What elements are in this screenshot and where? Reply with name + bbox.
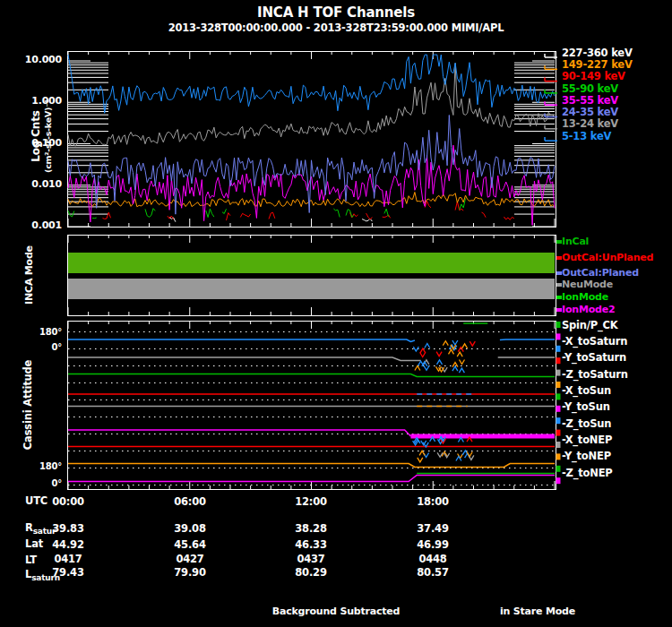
attitude-trace--Z_toNEP	[68, 476, 555, 482]
series-55-90 keV	[145, 209, 155, 218]
attitude-scatter	[413, 347, 418, 351]
series-90-149 keV	[103, 212, 111, 219]
attitude-y-axis-title: Cassini Attitude	[23, 360, 34, 450]
legend-item-z-tosun: -Z_toSun	[562, 419, 611, 430]
attitude-axis-color-tick	[556, 406, 561, 412]
attitude-scatter	[449, 349, 454, 354]
series-90-149 keV	[269, 212, 275, 219]
series-13-24 keV	[68, 64, 555, 147]
mode-bar-gray-band	[68, 279, 555, 299]
attitude-axis-color-tick	[556, 370, 561, 376]
series-55-90 keV	[92, 218, 97, 219]
attitude-trace--X_toSaturn	[68, 339, 415, 342]
attitude-scatter	[419, 451, 425, 455]
attitude-scatter	[415, 366, 420, 371]
attitude-trace--Z_toSaturn	[68, 374, 555, 377]
attitude-scatter	[436, 352, 442, 356]
attitude-axis-color-tick	[556, 393, 561, 399]
attitude-scatter	[425, 344, 430, 348]
attitude-scatter	[437, 360, 443, 365]
series-5-13 keV	[68, 55, 555, 113]
series-90-149 keV	[482, 212, 487, 218]
legend-item-13-24kev: 13-24 keV	[562, 119, 618, 130]
attitude-scatter	[459, 368, 464, 373]
attitude-axis-color-tick	[556, 417, 561, 424]
legend-item-227-360kev: 227-360 keV	[562, 48, 633, 59]
legend-item-neumode: NeuMode	[562, 279, 613, 289]
table-cell: 0417	[54, 554, 82, 565]
legend-item-y-tosun: -Y_toSun	[562, 402, 610, 413]
attitude-scatter	[420, 348, 426, 353]
table-cell: 80.29	[295, 568, 326, 579]
table-cell: 44.92	[52, 540, 83, 551]
attitude-scatter	[420, 353, 426, 357]
ytick-10: 10.000	[0, 55, 62, 64]
attitude-scatter	[462, 344, 468, 348]
footer-background-subtracted: Background Subtracted	[272, 606, 401, 616]
mode-y-axis-title: INCA Mode	[24, 245, 34, 305]
attitude-scatter	[452, 366, 458, 371]
legend-item-5-13kev: 5-13 keV	[562, 132, 611, 142]
table-cell: 39.83	[52, 524, 83, 535]
attitude-scatter	[470, 341, 475, 346]
series-55-90 keV	[333, 209, 340, 217]
legend-item-incal: InCal	[562, 236, 589, 246]
legend-item-outcal-planed: OutCal:Planed	[562, 268, 639, 278]
table-cell: 18:00	[417, 497, 449, 508]
series-90-149 keV	[240, 213, 250, 217]
page-title: INCA H TOF Channels	[257, 6, 415, 20]
legend-item-z-tosaturn: -Z_toSaturn	[562, 370, 628, 381]
attitude-axis-color-tick	[556, 346, 561, 352]
legend-item-spin-pck: Spin/P_CK	[562, 321, 618, 331]
spectral-y-axis-units: (cm²-sr-s-keV)⁻¹	[44, 99, 53, 173]
page-subtitle: 2013-328T00:00:00.000 - 2013-328T23:59:0…	[168, 23, 504, 34]
attitude-axis-color-tick	[556, 453, 561, 460]
att-ytick-0-bot: 0°	[0, 479, 62, 488]
table-cell: 80.57	[417, 568, 448, 579]
table-cell: 0448	[418, 554, 446, 565]
attitude-trace--Y_toNEP	[68, 464, 555, 468]
attitude-axis-color-tick	[556, 477, 561, 484]
inca-plot-window: INCA H TOF Channels 2013-328T00:00:00.00…	[0, 0, 672, 627]
table-cell: 39.08	[174, 524, 205, 535]
legend-item-55-90kev: 55-90 keV	[562, 84, 618, 95]
legend-item-x-tonep: -X_toNEP	[562, 435, 612, 446]
legend-item-x-tosun: -X_toSun	[562, 386, 611, 397]
attitude-scatter	[460, 360, 465, 365]
ytick-0p001: 0.001	[0, 220, 62, 230]
row-label-utc: UTC	[25, 496, 47, 507]
legend-item-ionmode: IonMode	[562, 292, 608, 302]
attitude-axis-color-tick	[556, 357, 561, 364]
attitude-scatter	[424, 365, 429, 370]
table-cell: 12:00	[295, 497, 327, 508]
legend-item-90-149kev: 90-149 keV	[562, 72, 625, 82]
attitude-axis-color-tick	[556, 382, 561, 388]
footer-stare-mode: in Stare Mode	[500, 606, 575, 616]
series-35-55 keV	[68, 145, 555, 225]
ytick-0p01: 0.010	[0, 179, 62, 189]
series-90-149 keV	[366, 213, 373, 219]
attitude-axis-color-tick	[556, 442, 561, 448]
att-ytick-0-top: 0°	[0, 343, 62, 352]
attitude-trace--X_toSaturn	[500, 339, 555, 340]
table-cell: 0437	[297, 554, 324, 565]
attitude-scatter	[467, 452, 472, 457]
table-cell: 45.64	[174, 540, 205, 551]
series-55-90 keV	[384, 209, 389, 217]
legend-item-y-tosaturn: -Y_toSaturn	[562, 353, 626, 364]
table-cell: 38.28	[295, 524, 326, 535]
table-cell: 37.49	[417, 524, 448, 535]
table-cell: 06:00	[174, 497, 206, 508]
table-cell: 0427	[176, 554, 203, 565]
legend-item-24-35kev: 24-35 keV	[562, 107, 618, 118]
table-cell: 79.43	[52, 568, 83, 579]
row-label-r-saturn: Rsatur	[25, 523, 56, 536]
table-cell: 46.33	[295, 540, 326, 551]
attitude-trace--Y_toSaturn	[68, 357, 421, 361]
attitude-scatter	[452, 340, 458, 345]
row-label-lt: LT	[25, 555, 37, 566]
table-cell: 79.90	[174, 568, 205, 579]
table-cell: 00:00	[52, 497, 84, 508]
legend-item-y-tonep: -Y_toNEP	[562, 451, 611, 462]
attitude-trace--Z_toSun	[68, 430, 410, 436]
